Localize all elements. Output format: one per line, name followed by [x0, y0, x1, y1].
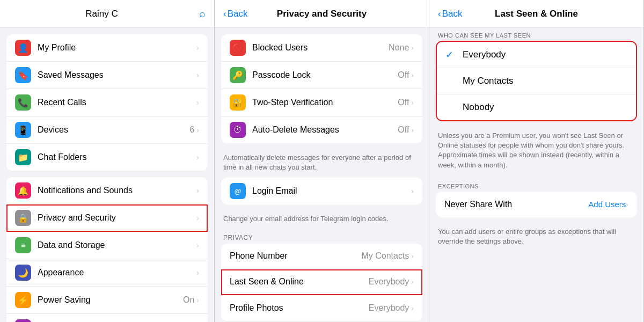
middle-panel-title: Privacy and Security — [261, 9, 383, 19]
last-seen-options-group: ✓ Everybody ✓ My Contacts ✓ Nobody — [436, 41, 637, 121]
phone-number-value: My Contacts — [361, 251, 409, 261]
sidebar-item-recent-calls[interactable]: 📞 Recent Calls › — [6, 89, 208, 116]
everybody-option[interactable]: ✓ Everybody — [437, 42, 636, 68]
chevron-icon: › — [196, 71, 199, 79]
privacy-top-group: 🚫 Blocked Users None › 🔑 Passcode Lock O… — [221, 34, 422, 143]
sidebar-item-language[interactable]: 🌐 Language English › — [6, 314, 208, 322]
chevron-icon: › — [196, 241, 199, 250]
auto-delete-item[interactable]: ⏱ Auto-Delete Messages Off › — [221, 116, 422, 143]
passcode-lock-item[interactable]: 🔑 Passcode Lock Off › — [221, 62, 422, 89]
chevron-icon: › — [196, 268, 199, 277]
sidebar-item-privacy-security[interactable]: 🔒 Privacy and Security › — [6, 204, 208, 232]
right-panel-title: Last Seen & Online — [475, 9, 597, 19]
privacy-items-group: Phone Number My Contacts › Last Seen & O… — [221, 244, 422, 321]
exceptions-label: EXCEPTIONS — [429, 175, 643, 192]
privacy-security-label: Privacy and Security — [38, 213, 196, 223]
last-seen-value: Everybody — [369, 277, 409, 287]
my-profile-label: My Profile — [38, 43, 196, 53]
right-back-button[interactable]: ‹ Back — [438, 9, 475, 19]
right-panel-content: WHO CAN SEE MY LAST SEEN ✓ Everybody ✓ M… — [429, 28, 643, 322]
chevron-icon: › — [196, 153, 199, 162]
middle-panel-content: 🚫 Blocked Users None › 🔑 Passcode Lock O… — [215, 28, 429, 322]
recent-calls-icon: 📞 — [15, 94, 31, 111]
profile-photos-item[interactable]: Profile Photos Everybody › — [221, 295, 422, 321]
power-saving-icon: ⚡ — [15, 292, 31, 308]
auto-delete-label: Auto-Delete Messages — [252, 125, 398, 135]
search-icon[interactable]: ⌕ — [199, 8, 206, 20]
right-panel-header: ‹ Back Last Seen & Online — [429, 0, 643, 28]
auto-delete-value: Off — [398, 125, 409, 135]
sidebar-item-notifications[interactable]: 🔔 Notifications and Sounds › — [6, 177, 208, 204]
profile-photos-label: Profile Photos — [230, 303, 369, 313]
middle-panel: ‹ Back Privacy and Security 🚫 Blocked Us… — [215, 0, 429, 322]
chat-folders-label: Chat Folders — [38, 152, 196, 162]
login-email-item[interactable]: @ Login Email › — [221, 178, 422, 204]
chevron-icon: › — [626, 200, 628, 209]
checkmark-icon: ✓ — [445, 49, 458, 61]
blocked-users-value: None — [389, 43, 409, 53]
sidebar-item-power-saving[interactable]: ⚡ Power Saving On › — [6, 287, 208, 314]
sidebar-item-chat-folders[interactable]: 📁 Chat Folders › — [6, 144, 208, 171]
phone-number-item[interactable]: Phone Number My Contacts › — [221, 244, 422, 269]
chevron-icon: › — [411, 187, 414, 195]
chevron-icon: › — [411, 43, 414, 52]
chevron-icon: › — [196, 98, 199, 107]
blocked-users-item[interactable]: 🚫 Blocked Users None › — [221, 34, 422, 62]
who-can-see-label: WHO CAN SEE MY LAST SEEN — [429, 28, 643, 41]
left-panel-content: 👤 My Profile › 🔖 Saved Messages › 📞 Rece… — [0, 28, 214, 322]
notifications-label: Notifications and Sounds — [38, 186, 196, 195]
right-panel: ‹ Back Last Seen & Online WHO CAN SEE MY… — [429, 0, 644, 322]
two-step-icon: 🔐 — [230, 94, 246, 111]
login-email-label: Login Email — [252, 186, 411, 196]
chevron-icon: › — [411, 252, 414, 260]
chat-folders-icon: 📁 — [15, 149, 31, 165]
devices-value: 6 — [189, 125, 194, 135]
chevron-icon: › — [411, 277, 414, 286]
profile-name: Rainy C — [9, 9, 195, 19]
two-step-label: Two-Step Verification — [252, 98, 398, 107]
power-saving-label: Power Saving — [38, 295, 183, 305]
chevron-icon: › — [196, 214, 199, 222]
data-storage-icon: ≡ — [15, 237, 31, 253]
passcode-lock-icon: 🔑 — [230, 67, 246, 83]
middle-back-button[interactable]: ‹ Back — [223, 9, 261, 19]
notifications-icon: 🔔 — [15, 182, 31, 199]
chevron-icon: › — [411, 126, 414, 134]
login-email-group: @ Login Email › — [221, 178, 422, 204]
last-seen-description: Unless you are a Premium user, you won't… — [429, 128, 643, 175]
chevron-icon: › — [411, 98, 414, 107]
sidebar-item-data-storage[interactable]: ≡ Data and Storage › — [6, 232, 208, 259]
sidebar-item-saved-messages[interactable]: 🔖 Saved Messages › — [6, 62, 208, 89]
never-share-item[interactable]: Never Share With Add Users › — [436, 192, 637, 217]
add-users-label[interactable]: Add Users — [588, 200, 626, 209]
blocked-users-label: Blocked Users — [252, 43, 389, 53]
sidebar-item-devices[interactable]: 📱 Devices 6 › — [6, 116, 208, 144]
chevron-icon: › — [196, 43, 199, 52]
chevron-icon: › — [196, 186, 199, 195]
back-chevron-icon: ‹ — [223, 9, 226, 19]
power-saving-value: On — [183, 295, 194, 305]
never-share-label: Never Share With — [444, 200, 588, 209]
recent-calls-label: Recent Calls — [38, 98, 196, 107]
blocked-users-icon: 🚫 — [230, 40, 246, 56]
auto-delete-description: Automatically delete messages for everyo… — [215, 150, 429, 178]
language-icon: 🌐 — [15, 319, 31, 322]
sidebar-item-my-profile[interactable]: 👤 My Profile › — [6, 34, 208, 62]
exceptions-description: You can add users or entire groups as ex… — [429, 224, 643, 252]
phone-number-label: Phone Number — [230, 251, 361, 261]
data-storage-label: Data and Storage — [38, 240, 196, 250]
profile-photos-value: Everybody — [369, 303, 409, 313]
two-step-item[interactable]: 🔐 Two-Step Verification Off › — [221, 89, 422, 116]
left-panel-header: Rainy C ⌕ — [0, 0, 214, 28]
sidebar-item-appearance[interactable]: 🌙 Appearance › — [6, 259, 208, 287]
nobody-option[interactable]: ✓ Nobody — [437, 94, 636, 120]
two-step-value: Off — [398, 98, 409, 107]
devices-icon: 📱 — [15, 122, 31, 138]
my-contacts-label: My Contacts — [463, 76, 513, 86]
middle-back-label: Back — [228, 9, 248, 19]
privacy-section-label: PRIVACY — [215, 230, 429, 244]
my-contacts-option[interactable]: ✓ My Contacts — [437, 68, 636, 94]
right-back-label: Back — [442, 9, 463, 19]
last-seen-item[interactable]: Last Seen & Online Everybody › — [221, 269, 422, 295]
appearance-label: Appearance — [38, 268, 196, 277]
